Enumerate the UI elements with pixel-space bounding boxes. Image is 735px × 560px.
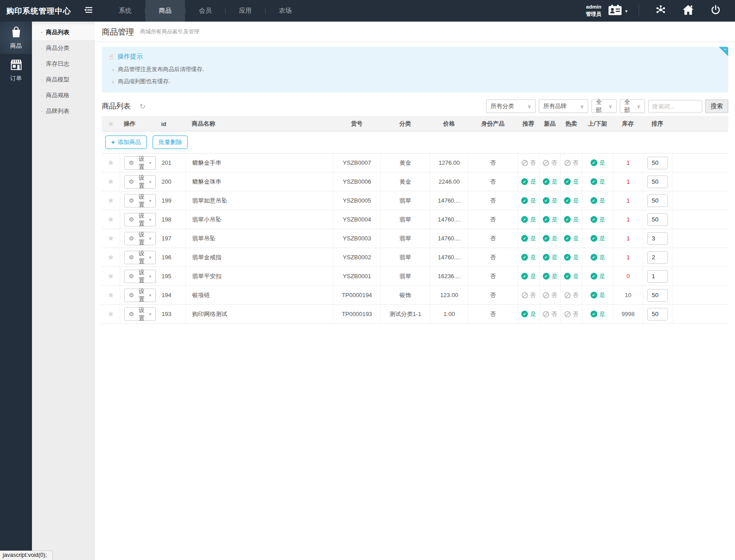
prohibited-circle-icon <box>564 292 571 298</box>
favorite-star-icon[interactable]: ★ <box>107 197 114 204</box>
favorite-star-icon[interactable]: ★ <box>107 159 114 167</box>
submenu-item[interactable]: ·商品模型 <box>32 72 95 87</box>
row-settings-button[interactable]: ⚙设置▾ <box>124 251 156 264</box>
nav-item[interactable]: 农场 <box>266 0 305 22</box>
check-circle-icon: ✔ <box>543 216 550 223</box>
status-yes: ✔是 <box>521 235 536 243</box>
sort-input[interactable] <box>647 176 668 188</box>
prohibited-circle-icon <box>564 311 571 317</box>
favorite-star-icon[interactable]: ★ <box>107 272 114 280</box>
table-body: ★⚙设置▾201貔貅金手串YSZB0007黄金1276.00否否否否✔是1★⚙设… <box>102 154 728 324</box>
user-info: admin 管理员 <box>586 4 601 18</box>
logout-button[interactable] <box>709 4 722 18</box>
modules-button[interactable] <box>654 4 667 18</box>
stock-cell: 10 <box>613 286 643 304</box>
search-button[interactable]: 搜索 <box>705 99 728 113</box>
stock-value: 1 <box>627 197 630 204</box>
sort-input[interactable] <box>647 194 668 207</box>
sort-input[interactable] <box>647 213 668 226</box>
home-button[interactable] <box>681 4 695 18</box>
search-input[interactable] <box>648 100 702 113</box>
submenu-item[interactable]: ·商品规格 <box>32 87 95 103</box>
status-no: 否 <box>522 159 536 167</box>
row-settings-button[interactable]: ⚙设置▾ <box>124 213 156 226</box>
row-settings-button[interactable]: ⚙设置▾ <box>124 194 156 208</box>
status-yes: ✔是 <box>543 178 558 186</box>
status-yes: ✔是 <box>521 253 536 262</box>
sidebar-toggle-button[interactable] <box>78 0 97 22</box>
favorite-star-icon[interactable]: ★ <box>107 216 114 223</box>
column-header-label: 分类 <box>399 120 411 128</box>
sort-input[interactable] <box>647 270 668 283</box>
status-yes: ✔是 <box>564 272 579 280</box>
gear-icon: ⚙ <box>129 254 134 260</box>
status-label: 是 <box>573 253 579 262</box>
main-menu: 系统商品会员应用农场 <box>105 0 305 22</box>
favorite-star-icon[interactable]: ★ <box>107 235 114 242</box>
column-header-label: 新品 <box>544 120 556 128</box>
submenu-item[interactable]: ·商品列表 <box>32 24 95 40</box>
submenu-item[interactable]: ·商品分类 <box>32 40 95 56</box>
submenu-item[interactable]: ·库存日志 <box>32 56 95 72</box>
submenu-item-label: 商品模型 <box>46 76 69 84</box>
row-settings-button[interactable]: ⚙设置▾ <box>124 307 156 321</box>
identity-cell: 否 <box>468 172 518 191</box>
brand-select[interactable]: 所有品牌 ∨ <box>539 99 588 113</box>
status-yes: ✔是 <box>543 216 558 224</box>
status-yes: ✔是 <box>591 310 605 318</box>
refresh-icon[interactable]: ↻ <box>140 102 145 111</box>
nav-item[interactable]: 应用 <box>225 0 265 22</box>
favorite-star-icon[interactable]: ★ <box>107 291 114 299</box>
row-settings-button[interactable]: ⚙设置▾ <box>124 232 156 245</box>
row-settings-button[interactable]: ⚙设置▾ <box>124 156 156 170</box>
check-circle-icon: ✔ <box>591 159 597 166</box>
actions-cell: ⚙设置▾ <box>120 191 156 210</box>
gear-icon: ⚙ <box>129 273 134 279</box>
product-name-cell: 翡翠如意吊坠 <box>185 191 333 210</box>
sort-input[interactable] <box>647 157 668 169</box>
sort-input[interactable] <box>647 308 668 321</box>
new-cell: ✔是 <box>539 248 560 266</box>
prohibited-circle-icon <box>522 292 528 298</box>
status-label: 是 <box>573 235 579 243</box>
row-settings-button[interactable]: ⚙设置▾ <box>124 270 156 283</box>
batch-delete-button[interactable]: 批量删除 <box>153 135 188 149</box>
sort-input[interactable] <box>647 232 668 245</box>
page-title: 商品管理 <box>102 27 134 37</box>
status-yes: ✔是 <box>543 197 558 205</box>
check-circle-icon: ✔ <box>591 197 597 204</box>
submenu-item-label: 商品分类 <box>46 44 69 52</box>
nav-item[interactable]: 会员 <box>185 0 225 22</box>
actions-cell: ⚙设置▾ <box>120 229 156 248</box>
row-settings-button[interactable]: ⚙设置▾ <box>124 289 156 302</box>
column-header-label: 库存 <box>622 120 634 128</box>
filter-select-1[interactable]: 全部 ∨ <box>591 99 617 113</box>
submenu-item[interactable]: ·品牌列表 <box>32 103 95 119</box>
submenu-item-label: 商品规格 <box>46 91 69 99</box>
favorite-star-icon[interactable]: ★ <box>107 253 114 261</box>
nav-item[interactable]: 商品 <box>145 0 185 22</box>
hot-cell: 否 <box>560 154 582 172</box>
table-row: ★⚙设置▾200貔貅金珠串YSZB0006黄金2246.00否✔是✔是✔是✔是1 <box>102 172 728 191</box>
chevron-down-icon: ▾ <box>149 199 151 203</box>
sidebar-item-商品[interactable]: 商品 <box>0 22 32 54</box>
row-settings-button[interactable]: ⚙设置▾ <box>124 175 156 189</box>
sidebar-item-订单[interactable]: 订单 <box>0 54 32 86</box>
hot-cell: ✔是 <box>560 248 582 266</box>
favorite-star-icon[interactable]: ★ <box>107 178 114 185</box>
hot-cell: ✔是 <box>560 267 582 285</box>
sort-input[interactable] <box>647 251 668 264</box>
status-yes: ✔是 <box>564 178 579 186</box>
favorite-star-icon[interactable]: ★ <box>107 310 114 318</box>
category-cell: 翡翠 <box>380 210 430 229</box>
filter-select-2[interactable]: 全部 ∨ <box>620 99 645 113</box>
identity-cell: 否 <box>468 248 518 266</box>
favorite-cell: ★ <box>102 154 120 172</box>
nav-item[interactable]: 系统 <box>105 0 145 22</box>
add-product-button[interactable]: + 添加商品 <box>105 135 147 149</box>
sort-input[interactable] <box>647 289 668 302</box>
user-menu-button[interactable]: ▾ <box>608 5 627 18</box>
category-cell: 黄金 <box>380 154 430 172</box>
category-select[interactable]: 所有分类 ∨ <box>486 99 536 113</box>
status-label: 是 <box>530 197 536 205</box>
